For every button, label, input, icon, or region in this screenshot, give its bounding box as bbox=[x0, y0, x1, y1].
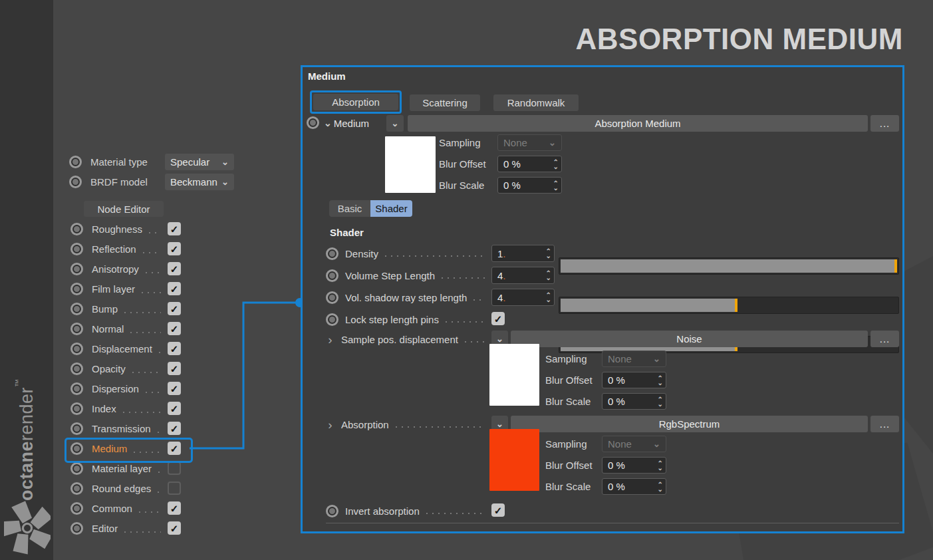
spinner-down-icon[interactable]: ⌄ bbox=[658, 402, 663, 406]
medium-node-more-button[interactable]: ... bbox=[870, 115, 899, 132]
node-radio[interactable] bbox=[326, 505, 338, 517]
texture-color-swatch[interactable] bbox=[489, 344, 539, 406]
lock-pins-checkbox[interactable]: ✓ bbox=[491, 312, 505, 325]
spinner-down-icon[interactable]: ⌄ bbox=[658, 487, 663, 491]
invert-absorption-checkbox[interactable]: ✓ bbox=[491, 503, 505, 517]
medium-node-label[interactable]: ⌄ Medium bbox=[324, 114, 369, 132]
blur-offset-spinner[interactable]: 0 %⌃⌄ bbox=[602, 457, 666, 474]
blur-scale-spinner[interactable]: 0 %⌃⌄ bbox=[602, 393, 666, 410]
expander-icon[interactable]: › bbox=[326, 333, 334, 346]
node-radio[interactable] bbox=[70, 402, 83, 415]
node-radio[interactable] bbox=[70, 462, 83, 475]
volume-step-spinner[interactable]: 4.⌃⌄ bbox=[491, 267, 555, 284]
absorption-color-swatch[interactable] bbox=[489, 429, 539, 491]
medium-node-dropdown-button[interactable]: ⌄ bbox=[386, 115, 404, 132]
node-editor-button[interactable]: Node Editor bbox=[84, 201, 164, 217]
node-radio[interactable] bbox=[70, 502, 83, 515]
checkbox[interactable]: ✓ bbox=[168, 382, 181, 395]
checkbox[interactable]: ✓ bbox=[168, 342, 181, 355]
slider-marker[interactable] bbox=[735, 299, 737, 312]
tab-basic[interactable]: Basic bbox=[329, 200, 370, 217]
sidebar-item-material-layer: Material layer✓ bbox=[67, 458, 181, 478]
volume-step-slider[interactable] bbox=[559, 297, 899, 314]
sampling-select[interactable]: None⌄ bbox=[497, 134, 562, 151]
checkbox[interactable]: ✓ bbox=[168, 402, 181, 415]
density-spinner[interactable]: 1.⌃⌄ bbox=[491, 245, 555, 262]
node-radio[interactable] bbox=[70, 263, 83, 275]
slider-marker[interactable] bbox=[894, 259, 897, 273]
node-radio[interactable] bbox=[326, 291, 338, 304]
item-label: Medium bbox=[92, 443, 127, 454]
node-radio[interactable] bbox=[70, 482, 83, 495]
checkbox[interactable]: ✓ bbox=[168, 462, 181, 475]
absorption-node-field[interactable]: RgbSpectrum bbox=[511, 416, 868, 432]
medium-node-radio[interactable] bbox=[307, 116, 319, 129]
checkbox[interactable]: ✓ bbox=[168, 262, 181, 275]
medium-type-tab-absorption[interactable]: Absorption bbox=[313, 94, 398, 110]
blur-scale-spinner[interactable]: 0 %⌃⌄ bbox=[602, 478, 666, 495]
spinner-down-icon[interactable]: ⌄ bbox=[553, 164, 559, 169]
node-radio[interactable] bbox=[70, 522, 83, 535]
medium-type-tab-scattering[interactable]: Scattering bbox=[410, 94, 480, 111]
texture-color-swatch[interactable] bbox=[385, 136, 436, 193]
checkbox[interactable]: ✓ bbox=[168, 282, 181, 295]
node-radio[interactable] bbox=[70, 323, 83, 335]
item-label: Normal bbox=[92, 323, 124, 335]
checkbox[interactable]: ✓ bbox=[168, 302, 181, 315]
brdf-model-row: BRDF model Beckmann ⌄ bbox=[69, 174, 255, 190]
checkbox[interactable]: ✓ bbox=[168, 242, 181, 255]
node-radio[interactable] bbox=[70, 343, 83, 355]
checkbox[interactable]: ✓ bbox=[168, 222, 181, 235]
density-label: Density bbox=[345, 248, 378, 259]
spinner-down-icon[interactable]: ⌄ bbox=[553, 186, 559, 190]
medium-type-tab-randomwalk[interactable]: Randomwalk bbox=[493, 94, 579, 111]
node-radio[interactable] bbox=[70, 382, 83, 395]
density-slider[interactable] bbox=[559, 257, 899, 275]
spinner-down-icon[interactable]: ⌄ bbox=[546, 253, 551, 258]
sampling-select[interactable]: None⌄ bbox=[602, 350, 666, 367]
sampling-select[interactable]: None⌄ bbox=[602, 436, 666, 452]
checkbox[interactable]: ✓ bbox=[168, 362, 181, 375]
node-radio[interactable] bbox=[326, 247, 338, 260]
expander-icon[interactable]: › bbox=[326, 418, 334, 431]
node-radio[interactable] bbox=[70, 422, 83, 435]
sample-pos-node-field[interactable]: Noise bbox=[511, 331, 868, 347]
chevron-down-icon: ⌄ bbox=[392, 118, 399, 128]
checkbox[interactable]: ✓ bbox=[168, 422, 181, 435]
checkbox[interactable]: ✓ bbox=[168, 482, 181, 495]
lock-step-length-pins-row: Lock step length pins bbox=[326, 311, 492, 328]
brdf-model-select[interactable]: Beckmann ⌄ bbox=[165, 174, 234, 190]
sampling-value: None bbox=[608, 438, 632, 450]
blur-scale-spinner[interactable]: 0 %⌃⌄ bbox=[497, 177, 562, 194]
sample-pos-more-button[interactable]: ... bbox=[870, 331, 899, 347]
node-radio[interactable] bbox=[70, 223, 83, 235]
checkbox[interactable]: ✓ bbox=[168, 501, 181, 515]
brand-strip: octanerender™ bbox=[0, 0, 53, 560]
blur-offset-spinner[interactable]: 0 %⌃⌄ bbox=[497, 156, 562, 172]
shadow-ray-step-spinner[interactable]: 4.⌃⌄ bbox=[491, 289, 555, 306]
spinner-down-icon[interactable]: ⌄ bbox=[546, 275, 551, 280]
spinner-down-icon[interactable]: ⌄ bbox=[658, 466, 663, 470]
density-decimal: . bbox=[503, 248, 505, 259]
node-radio[interactable] bbox=[70, 362, 83, 375]
node-radio[interactable] bbox=[70, 442, 83, 455]
medium-node-value-field[interactable]: Absorption Medium bbox=[408, 115, 868, 132]
material-type-node-radio[interactable] bbox=[69, 156, 82, 168]
node-radio[interactable] bbox=[326, 269, 338, 282]
spinner-down-icon[interactable]: ⌄ bbox=[546, 297, 551, 302]
node-radio[interactable] bbox=[326, 313, 338, 326]
absorption-more-button[interactable]: ... bbox=[870, 416, 899, 432]
tab-shader[interactable]: Shader bbox=[370, 200, 412, 217]
brdf-model-node-radio[interactable] bbox=[69, 176, 82, 188]
material-type-select[interactable]: Specular ⌄ bbox=[165, 154, 234, 170]
spinner-down-icon[interactable]: ⌄ bbox=[658, 380, 663, 385]
checkbox[interactable]: ✓ bbox=[168, 322, 181, 335]
node-radio[interactable] bbox=[70, 283, 83, 295]
checkbox[interactable]: ✓ bbox=[168, 442, 181, 455]
sidebar-item-medium: Medium✓ bbox=[67, 438, 181, 458]
node-radio[interactable] bbox=[70, 303, 83, 315]
checkbox[interactable]: ✓ bbox=[168, 521, 181, 535]
blur-offset-spinner[interactable]: 0 %⌃⌄ bbox=[602, 372, 666, 388]
node-radio[interactable] bbox=[70, 243, 83, 255]
check-icon: ✓ bbox=[170, 364, 179, 374]
